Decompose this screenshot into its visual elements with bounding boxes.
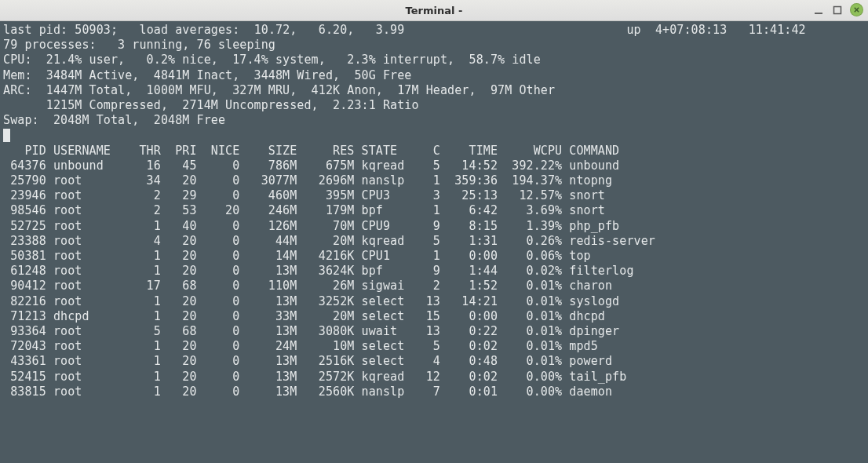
header-line-cpu: CPU: 21.4% user, 0.2% nice, 17.4% system… bbox=[3, 53, 865, 67]
process-row: 64376 unbound 16 45 0 786M 675M kqread 5… bbox=[3, 159, 865, 173]
process-row: 23388 root 4 20 0 44M 20M kqread 5 1:31 … bbox=[3, 234, 865, 249]
blank-line bbox=[3, 128, 865, 143]
header-line-mem: Mem: 3484M Active, 4841M Inact, 3448M Wi… bbox=[3, 68, 865, 83]
header-line-processes: 79 processes: 3 running, 76 sleeping bbox=[3, 38, 865, 53]
window-title: Terminal - bbox=[406, 5, 463, 16]
process-row: 52725 root 1 40 0 126M 70M CPU9 9 8:15 1… bbox=[3, 219, 865, 234]
window-controls bbox=[812, 3, 863, 16]
terminal-window: Terminal - last pid: 50903; load average… bbox=[0, 0, 868, 463]
process-row: 50381 root 1 20 0 14M 4216K CPU1 1 0:00 … bbox=[3, 249, 865, 264]
svg-rect-1 bbox=[834, 6, 841, 13]
minimize-icon bbox=[814, 5, 823, 15]
process-row: 23946 root 2 29 0 460M 395M CPU3 3 25:13… bbox=[3, 188, 865, 203]
cursor bbox=[3, 129, 10, 142]
header-line-arc2: 1215M Compressed, 2714M Uncompressed, 2.… bbox=[3, 98, 865, 113]
titlebar[interactable]: Terminal - bbox=[0, 0, 868, 21]
minimize-button[interactable] bbox=[812, 4, 825, 16]
process-row: 98546 root 2 53 20 246M 179M bpf 1 6:42 … bbox=[3, 203, 865, 218]
maximize-icon bbox=[833, 5, 842, 15]
close-icon bbox=[853, 6, 860, 13]
process-row: 82216 root 1 20 0 13M 3252K select 13 14… bbox=[3, 294, 865, 309]
process-row: 83815 root 1 20 0 13M 2560K nanslp 7 0:0… bbox=[3, 385, 865, 399]
terminal-viewport[interactable]: last pid: 50903; load averages: 10.72, 6… bbox=[0, 21, 868, 463]
process-row: 52415 root 1 20 0 13M 2572K kqread 12 0:… bbox=[3, 370, 865, 385]
maximize-button[interactable] bbox=[831, 4, 844, 16]
process-row: 90412 root 17 68 0 110M 26M sigwai 2 1:5… bbox=[3, 279, 865, 293]
header-line-swap: Swap: 2048M Total, 2048M Free bbox=[3, 113, 865, 128]
process-row: 72043 root 1 20 0 24M 10M select 5 0:02 … bbox=[3, 339, 865, 354]
process-table-header: PID USERNAME THR PRI NICE SIZE RES STATE… bbox=[3, 144, 865, 159]
process-row: 43361 root 1 20 0 13M 2516K select 4 0:4… bbox=[3, 354, 865, 369]
process-row: 61248 root 1 20 0 13M 3624K bpf 9 1:44 0… bbox=[3, 264, 865, 279]
header-line-arc: ARC: 1447M Total, 1000M MFU, 327M MRU, 4… bbox=[3, 83, 865, 98]
close-button[interactable] bbox=[850, 3, 863, 16]
process-row: 71213 dhcpd 1 20 0 33M 20M select 15 0:0… bbox=[3, 309, 865, 324]
process-row: 25790 root 34 20 0 3077M 2696M nanslp 1 … bbox=[3, 173, 865, 188]
header-line-1: last pid: 50903; load averages: 10.72, 6… bbox=[3, 23, 865, 38]
process-row: 93364 root 5 68 0 13M 3080K uwait 13 0:2… bbox=[3, 324, 865, 339]
